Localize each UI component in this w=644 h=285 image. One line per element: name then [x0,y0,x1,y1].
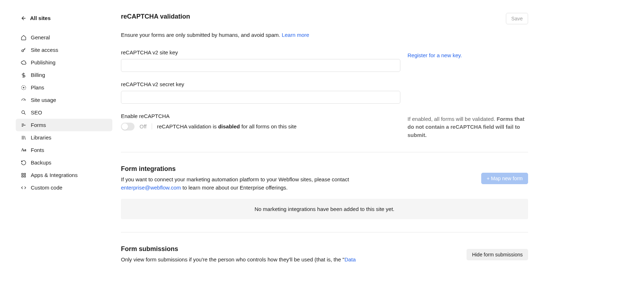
register-key-link[interactable]: Register for a new key. [408,52,462,58]
forms-icon [21,122,26,128]
recaptcha-title: reCAPTCHA validation [121,13,190,20]
grid-icon [21,172,26,178]
sidebar: All sites General Site access Publishing… [0,0,118,285]
integrations-section: Form integrations If you want to connect… [121,165,528,232]
map-new-form-button[interactable]: + Map new form [481,173,528,184]
site-key-label: reCAPTCHA v2 site key [121,49,400,55]
key-icon [21,47,26,53]
sidebar-item-label: General [31,34,50,40]
font-icon: Aa [21,147,26,153]
svg-point-3 [21,85,26,90]
sidebar-item-backups[interactable]: Backups [16,156,112,169]
data-link[interactable]: Data [345,256,356,262]
sidebar-item-site-usage[interactable]: Site usage [16,94,112,106]
recaptcha-desc: Ensure your forms are only submitted by … [121,31,528,39]
secret-key-input[interactable] [121,91,400,104]
sidebar-item-apps[interactable]: Apps & Integrations [16,169,112,181]
books-icon [21,135,26,141]
secret-key-label: reCAPTCHA v2 secret key [121,81,400,87]
dollar-icon [21,72,26,78]
enable-recaptcha-label: Enable reCAPTCHA [121,113,400,119]
svg-point-4 [23,87,24,88]
sidebar-item-label: Site usage [31,97,56,103]
sidebar-item-label: Custom code [31,185,62,191]
svg-point-1 [22,50,24,51]
svg-line-7 [24,113,26,114]
search-icon [21,110,26,116]
svg-line-5 [24,99,25,100]
gauge-icon [21,85,26,90]
submissions-section: Form submissions Only view form submissi… [121,245,528,264]
home-icon [21,35,26,40]
code-icon [21,185,26,191]
submissions-title: Form submissions [121,245,356,253]
sidebar-item-libraries[interactable]: Libraries [16,131,112,144]
svg-rect-15 [24,173,25,175]
main-content: reCAPTCHA validation Save Ensure your fo… [118,0,547,285]
sidebar-item-site-access[interactable]: Site access [16,44,112,56]
enterprise-email-link[interactable]: enterprise@webflow.com [121,185,181,191]
sidebar-item-plans[interactable]: Plans [16,81,112,94]
sidebar-item-fonts[interactable]: Aa Fonts [16,144,112,156]
sidebar-item-label: SEO [31,109,42,116]
hide-submissions-button[interactable]: Hide form submissions [467,249,528,260]
arrow-left-icon [21,15,26,21]
cloud-icon [21,60,26,65]
integrations-empty: No marketing integrations have been adde… [121,199,528,219]
sidebar-item-label: Site access [31,47,58,53]
speedometer-icon [21,97,26,103]
svg-rect-14 [22,173,23,175]
svg-rect-17 [24,176,25,177]
recaptcha-status: reCAPTCHA validation is disabled for all… [157,123,297,129]
sidebar-nav: General Site access Publishing Billing P… [16,31,112,194]
sidebar-item-label: Plans [31,84,44,90]
sidebar-item-forms[interactable]: Forms [16,119,112,131]
sidebar-item-seo[interactable]: SEO [16,106,112,119]
sidebar-item-label: Forms [31,122,46,128]
sidebar-item-custom-code[interactable]: Custom code [16,181,112,194]
recaptcha-hint: If enabled, all forms will be validated.… [408,113,528,139]
sidebar-item-label: Publishing [31,59,55,65]
sidebar-item-general[interactable]: General [16,31,112,44]
sidebar-item-label: Apps & Integrations [31,172,78,178]
svg-line-13 [25,136,25,139]
back-to-all-sites[interactable]: All sites [21,15,112,21]
site-key-input[interactable] [121,59,400,72]
svg-rect-16 [22,176,23,177]
svg-point-6 [22,110,25,113]
refresh-icon [21,160,26,166]
integrations-desc: If you want to connect your marketing au… [121,176,379,192]
back-label: All sites [30,15,51,21]
recaptcha-section: reCAPTCHA validation Save Ensure your fo… [121,13,528,152]
sidebar-item-publishing[interactable]: Publishing [16,56,112,69]
enable-recaptcha-toggle[interactable] [121,123,135,131]
learn-more-link[interactable]: Learn more [282,32,309,38]
integrations-title: Form integrations [121,165,379,173]
sidebar-item-label: Backups [31,159,52,166]
sidebar-item-billing[interactable]: Billing [16,69,112,81]
submissions-desc: Only view form submissions if you're the… [121,256,356,264]
sidebar-item-label: Billing [31,72,45,78]
save-button[interactable]: Save [506,13,528,24]
sidebar-item-label: Libraries [31,134,52,141]
toggle-state-label: Off [140,123,152,129]
sidebar-item-label: Fonts [31,147,44,153]
